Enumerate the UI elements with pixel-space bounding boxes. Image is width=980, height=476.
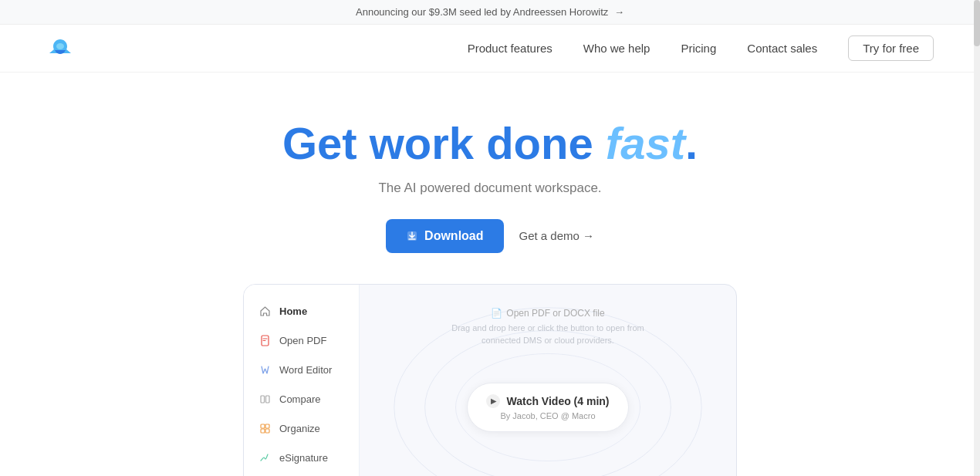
home-icon (258, 305, 272, 319)
svg-rect-5 (265, 396, 269, 403)
sidebar-item-esignature[interactable]: eSignature (244, 444, 359, 473)
scrollbar-thumb[interactable] (974, 0, 980, 46)
download-icon (406, 230, 418, 242)
nav-item-pricing[interactable]: Pricing (681, 42, 716, 56)
watch-video-row: ▶ Watch Video (4 min) (486, 394, 609, 408)
get-demo-button[interactable]: Get a demo → (519, 229, 594, 242)
svg-rect-8 (261, 429, 265, 433)
nav-item-contact-sales[interactable]: Contact sales (747, 42, 817, 56)
svg-point-0 (56, 43, 64, 49)
sidebar-open-pdf-label: Open PDF (279, 335, 326, 346)
nav-item-product-features[interactable]: Product features (468, 42, 553, 56)
download-label: Download (424, 229, 483, 243)
announcement-bar[interactable]: Announcing our $9.3M seed led by Andrees… (0, 0, 980, 25)
hero-title-main: Get work done (282, 118, 606, 168)
hero-title-period: . (685, 118, 698, 168)
hero-title-italic: fast (606, 118, 685, 168)
compare-icon (258, 393, 272, 407)
nav-links: Product features Who we help Pricing Con… (468, 42, 818, 56)
open-file-icon: 📄 (491, 308, 502, 319)
sidebar-compare-label: Compare (279, 393, 320, 405)
open-pdf-icon (258, 334, 272, 348)
demo-arrow: → (583, 229, 594, 242)
sidebar-organize-label: Organize (279, 423, 320, 434)
play-icon: ▶ (486, 394, 500, 408)
svg-rect-9 (265, 429, 269, 433)
announcement-arrow: → (614, 6, 624, 18)
hero-section: Get work done fast. The AI powered docum… (0, 73, 980, 476)
open-file-subtitle: Drag and drop here or click the button t… (448, 322, 648, 347)
demo-label: Get a demo (519, 229, 580, 242)
app-sidebar: Home Open PDF Word Editor Compare (244, 285, 360, 476)
word-editor-icon (258, 363, 272, 377)
app-preview: Home Open PDF Word Editor Compare (243, 284, 737, 476)
sidebar-item-word-editor[interactable]: Word Editor (244, 356, 359, 385)
svg-rect-4 (261, 396, 265, 403)
sidebar-item-home[interactable]: Home (244, 297, 359, 326)
cta-row: Download Get a demo → (15, 219, 965, 253)
app-main-area: 📄 Open PDF or DOCX file Drag and drop he… (360, 285, 736, 476)
logo[interactable] (46, 36, 74, 61)
announcement-text: Announcing our $9.3M seed led by Andrees… (356, 6, 608, 18)
sidebar-home-label: Home (279, 306, 307, 317)
page-scrollbar[interactable] (974, 0, 980, 476)
sidebar-word-editor-label: Word Editor (279, 364, 332, 376)
open-file-title: 📄 Open PDF or DOCX file (448, 308, 648, 319)
organize-icon (258, 422, 272, 436)
open-file-title-text: Open PDF or DOCX file (506, 308, 604, 319)
sidebar-item-compare[interactable]: Compare (244, 385, 359, 414)
sidebar-item-settings[interactable]: Settings (244, 473, 359, 476)
sidebar-item-organize[interactable]: Organize (244, 414, 359, 444)
svg-rect-7 (265, 424, 269, 428)
sidebar-item-open-pdf[interactable]: Open PDF (244, 326, 359, 356)
esignature-icon (258, 451, 272, 465)
nav-item-who-we-help[interactable]: Who we help (583, 42, 651, 56)
watch-video-label: Watch Video (4 min) (506, 395, 609, 407)
sidebar-esignature-label: eSignature (279, 452, 328, 464)
hero-subtitle: The AI powered document workspace. (15, 181, 965, 196)
download-button[interactable]: Download (386, 219, 503, 253)
watch-video-by: By Jacob, CEO @ Macro (500, 411, 595, 420)
try-for-free-button[interactable]: Try for free (848, 35, 934, 61)
watch-video-card[interactable]: ▶ Watch Video (4 min) By Jacob, CEO @ Ma… (467, 383, 628, 432)
svg-rect-6 (261, 424, 265, 428)
navbar: Product features Who we help Pricing Con… (0, 25, 980, 73)
open-file-zone: 📄 Open PDF or DOCX file Drag and drop he… (448, 308, 648, 347)
hero-title: Get work done fast. (15, 119, 965, 168)
